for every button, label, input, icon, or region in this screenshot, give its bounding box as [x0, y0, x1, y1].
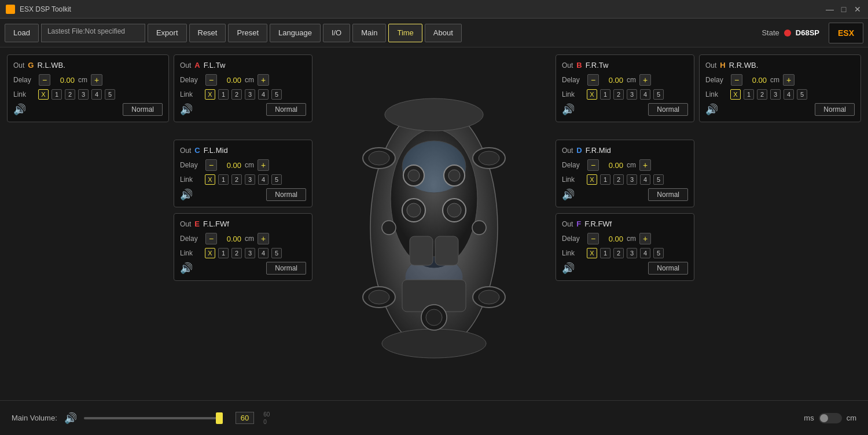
delay-minus-g[interactable]: −	[39, 74, 50, 86]
delay-minus-c[interactable]: −	[205, 159, 217, 171]
speaker-icon-g[interactable]: 🔊	[13, 103, 26, 116]
link-4-c[interactable]: 4	[258, 174, 269, 185]
link-3-a[interactable]: 3	[245, 89, 255, 100]
normal-btn-f[interactable]: Normal	[648, 262, 688, 275]
speaker-icon-d[interactable]: 🔊	[562, 188, 575, 201]
speaker-icon-a[interactable]: 🔊	[180, 103, 193, 116]
link-2-b[interactable]: 2	[613, 89, 624, 100]
link-x-a[interactable]: X	[205, 89, 215, 100]
link-1-b[interactable]: 1	[600, 89, 610, 100]
speaker-icon-f[interactable]: 🔊	[562, 262, 575, 275]
delay-plus-b[interactable]: +	[639, 74, 651, 86]
link-5-c[interactable]: 5	[271, 174, 282, 185]
delay-plus-c[interactable]: +	[258, 159, 269, 171]
link-4-h[interactable]: 4	[784, 89, 794, 100]
delay-plus-h[interactable]: +	[783, 74, 795, 86]
language-button[interactable]: Language	[270, 24, 321, 42]
speaker-icon-b[interactable]: 🔊	[562, 103, 575, 116]
link-1-c[interactable]: 1	[218, 174, 229, 185]
link-2-f[interactable]: 2	[613, 248, 624, 258]
link-5-h[interactable]: 5	[797, 89, 807, 100]
link-5-f[interactable]: 5	[653, 248, 664, 258]
link-5-d[interactable]: 5	[653, 174, 664, 185]
preset-button[interactable]: Preset	[228, 24, 267, 42]
link-1-a[interactable]: 1	[218, 89, 229, 100]
link-3-c[interactable]: 3	[245, 174, 255, 185]
link-3-g[interactable]: 3	[78, 89, 89, 100]
link-2-e[interactable]: 2	[231, 248, 242, 258]
maximize-button[interactable]: □	[839, 5, 848, 14]
normal-btn-h[interactable]: Normal	[815, 103, 855, 116]
link-2-g[interactable]: 2	[65, 89, 75, 100]
out-label-c: Out	[180, 147, 191, 155]
speaker-icon-e[interactable]: 🔊	[180, 262, 193, 275]
link-x-h[interactable]: X	[730, 89, 741, 100]
minimize-button[interactable]: —	[825, 5, 834, 14]
volume-speaker-icon[interactable]: 🔊	[64, 412, 77, 425]
link-2-c[interactable]: 2	[231, 174, 242, 185]
link-2-h[interactable]: 2	[757, 89, 767, 100]
link-3-h[interactable]: 3	[770, 89, 781, 100]
volume-thumb[interactable]	[216, 412, 223, 424]
normal-btn-g[interactable]: Normal	[123, 103, 163, 116]
link-3-e[interactable]: 3	[245, 248, 255, 258]
link-3-b[interactable]: 3	[627, 89, 637, 100]
export-button[interactable]: Export	[148, 24, 187, 42]
link-1-h[interactable]: 1	[744, 89, 754, 100]
volume-slider[interactable]	[84, 412, 223, 424]
link-x-b[interactable]: X	[587, 89, 597, 100]
delay-minus-h[interactable]: −	[731, 74, 742, 86]
main-button[interactable]: Main	[352, 24, 386, 42]
link-x-c[interactable]: X	[205, 174, 215, 185]
delay-minus-e[interactable]: −	[205, 233, 217, 244]
link-4-f[interactable]: 4	[640, 248, 650, 258]
time-button[interactable]: Time	[388, 24, 422, 42]
link-2-d[interactable]: 2	[613, 174, 624, 185]
delay-minus-f[interactable]: −	[587, 233, 599, 244]
link-1-f[interactable]: 1	[600, 248, 610, 258]
about-button[interactable]: About	[425, 24, 462, 42]
ms-cm-switch[interactable]	[819, 413, 842, 423]
link-5-b[interactable]: 5	[653, 89, 664, 100]
io-button[interactable]: I/O	[323, 24, 350, 42]
ms-cm-toggle: ms cm	[804, 413, 856, 423]
reset-button[interactable]: Reset	[189, 24, 226, 42]
link-2-a[interactable]: 2	[231, 89, 242, 100]
link-4-g[interactable]: 4	[91, 89, 102, 100]
out-label-a: Out	[180, 61, 191, 70]
link-x-e[interactable]: X	[205, 248, 215, 258]
link-x-g[interactable]: X	[38, 89, 49, 100]
speaker-icon-c[interactable]: 🔊	[180, 188, 193, 201]
normal-btn-e[interactable]: Normal	[266, 262, 306, 275]
normal-btn-b[interactable]: Normal	[648, 103, 688, 116]
link-1-e[interactable]: 1	[218, 248, 229, 258]
link-4-b[interactable]: 4	[640, 89, 650, 100]
link-4-a[interactable]: 4	[258, 89, 269, 100]
speaker-icon-h[interactable]: 🔊	[705, 103, 718, 116]
normal-btn-c[interactable]: Normal	[266, 188, 306, 201]
link-5-a[interactable]: 5	[271, 89, 282, 100]
link-1-g[interactable]: 1	[52, 89, 62, 100]
link-x-d[interactable]: X	[587, 174, 597, 185]
delay-plus-g[interactable]: +	[91, 74, 102, 86]
link-4-d[interactable]: 4	[640, 174, 650, 185]
normal-btn-d[interactable]: Normal	[648, 188, 688, 201]
delay-plus-e[interactable]: +	[258, 233, 269, 244]
delay-minus-a[interactable]: −	[205, 74, 217, 86]
load-button[interactable]: Load	[5, 24, 39, 42]
link-3-d[interactable]: 3	[627, 174, 637, 185]
close-button[interactable]: ✕	[853, 5, 862, 14]
normal-btn-a[interactable]: Normal	[266, 103, 306, 116]
link-4-e[interactable]: 4	[258, 248, 269, 258]
link-5-e[interactable]: 5	[271, 248, 282, 258]
delay-plus-a[interactable]: +	[258, 74, 269, 86]
delay-plus-f[interactable]: +	[639, 233, 651, 244]
delay-minus-d[interactable]: −	[587, 159, 599, 171]
delay-plus-d[interactable]: +	[639, 159, 651, 171]
delay-minus-b[interactable]: −	[587, 74, 599, 86]
state-area: State D68SP ESX	[762, 23, 863, 43]
link-3-f[interactable]: 3	[627, 248, 637, 258]
link-5-g[interactable]: 5	[105, 89, 115, 100]
link-1-d[interactable]: 1	[600, 174, 610, 185]
link-x-f[interactable]: X	[587, 248, 597, 258]
